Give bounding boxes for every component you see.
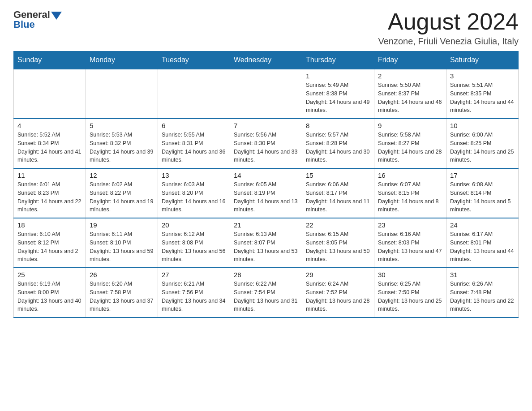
- calendar-week-row: 11Sunrise: 6:01 AM Sunset: 8:23 PM Dayli…: [14, 168, 519, 218]
- day-info: Sunrise: 6:08 AM Sunset: 8:14 PM Dayligh…: [450, 180, 515, 214]
- day-info: Sunrise: 5:53 AM Sunset: 8:32 PM Dayligh…: [90, 131, 154, 164]
- calendar-week-row: 25Sunrise: 6:19 AM Sunset: 8:00 PM Dayli…: [14, 268, 519, 317]
- weekday-header-friday: Friday: [374, 51, 446, 69]
- day-number: 16: [378, 171, 442, 179]
- weekday-header-monday: Monday: [86, 51, 158, 69]
- location-title: Venzone, Friuli Venezia Giulia, Italy: [378, 36, 519, 47]
- day-info: Sunrise: 5:52 AM Sunset: 8:34 PM Dayligh…: [17, 131, 82, 164]
- calendar-cell: 5Sunrise: 5:53 AM Sunset: 8:32 PM Daylig…: [86, 119, 158, 168]
- page-header: General Blue August 2024 Venzone, Friuli…: [13, 9, 519, 47]
- day-number: 13: [162, 171, 226, 179]
- day-number: 29: [306, 271, 370, 278]
- calendar-cell: 18Sunrise: 6:10 AM Sunset: 8:12 PM Dayli…: [14, 218, 86, 268]
- day-number: 22: [306, 221, 370, 229]
- day-info: Sunrise: 6:16 AM Sunset: 8:03 PM Dayligh…: [378, 230, 442, 264]
- calendar-cell: 11Sunrise: 6:01 AM Sunset: 8:23 PM Dayli…: [14, 168, 86, 218]
- calendar-cell: 6Sunrise: 5:55 AM Sunset: 8:31 PM Daylig…: [158, 119, 230, 168]
- logo-text-blue: Blue: [13, 19, 35, 30]
- day-info: Sunrise: 5:49 AM Sunset: 8:38 PM Dayligh…: [306, 81, 370, 115]
- calendar-week-row: 18Sunrise: 6:10 AM Sunset: 8:12 PM Dayli…: [14, 218, 519, 268]
- day-info: Sunrise: 5:51 AM Sunset: 8:35 PM Dayligh…: [450, 81, 515, 115]
- day-info: Sunrise: 6:22 AM Sunset: 7:54 PM Dayligh…: [234, 280, 298, 313]
- day-number: 9: [378, 122, 442, 129]
- calendar-cell: 15Sunrise: 6:06 AM Sunset: 8:17 PM Dayli…: [302, 168, 374, 218]
- day-info: Sunrise: 6:01 AM Sunset: 8:23 PM Dayligh…: [17, 180, 82, 214]
- day-number: 5: [90, 122, 154, 129]
- calendar-cell: 20Sunrise: 6:12 AM Sunset: 8:08 PM Dayli…: [158, 218, 230, 268]
- calendar-cell: 17Sunrise: 6:08 AM Sunset: 8:14 PM Dayli…: [446, 168, 519, 218]
- calendar-cell: 3Sunrise: 5:51 AM Sunset: 8:35 PM Daylig…: [446, 69, 519, 119]
- day-info: Sunrise: 5:56 AM Sunset: 8:30 PM Dayligh…: [234, 131, 298, 164]
- day-info: Sunrise: 6:06 AM Sunset: 8:17 PM Dayligh…: [306, 180, 370, 214]
- calendar-week-row: 4Sunrise: 5:52 AM Sunset: 8:34 PM Daylig…: [14, 119, 519, 168]
- day-info: Sunrise: 6:12 AM Sunset: 8:08 PM Dayligh…: [162, 230, 226, 264]
- day-number: 10: [450, 122, 515, 129]
- calendar-cell: 27Sunrise: 6:21 AM Sunset: 7:56 PM Dayli…: [158, 268, 230, 317]
- day-info: Sunrise: 6:02 AM Sunset: 8:22 PM Dayligh…: [90, 180, 154, 214]
- day-info: Sunrise: 5:50 AM Sunset: 8:37 PM Dayligh…: [378, 81, 442, 115]
- day-info: Sunrise: 6:10 AM Sunset: 8:12 PM Dayligh…: [17, 230, 82, 264]
- calendar-cell: 14Sunrise: 6:05 AM Sunset: 8:19 PM Dayli…: [230, 168, 302, 218]
- day-number: 26: [90, 271, 154, 278]
- day-number: 11: [17, 171, 82, 179]
- calendar-cell: 13Sunrise: 6:03 AM Sunset: 8:20 PM Dayli…: [158, 168, 230, 218]
- logo-triangle-icon: [51, 12, 62, 20]
- day-info: Sunrise: 6:24 AM Sunset: 7:52 PM Dayligh…: [306, 280, 370, 313]
- day-number: 25: [17, 271, 82, 278]
- calendar-table: SundayMondayTuesdayWednesdayThursdayFrid…: [13, 51, 519, 318]
- day-number: 12: [90, 171, 154, 179]
- day-info: Sunrise: 6:21 AM Sunset: 7:56 PM Dayligh…: [162, 280, 226, 313]
- calendar-cell: [230, 69, 302, 119]
- calendar-cell: 8Sunrise: 5:57 AM Sunset: 8:28 PM Daylig…: [302, 119, 374, 168]
- calendar-cell: [158, 69, 230, 119]
- day-info: Sunrise: 6:00 AM Sunset: 8:25 PM Dayligh…: [450, 131, 515, 164]
- day-info: Sunrise: 6:13 AM Sunset: 8:07 PM Dayligh…: [234, 230, 298, 264]
- day-number: 30: [378, 271, 442, 278]
- calendar-cell: 4Sunrise: 5:52 AM Sunset: 8:34 PM Daylig…: [14, 119, 86, 168]
- day-info: Sunrise: 6:15 AM Sunset: 8:05 PM Dayligh…: [306, 230, 370, 264]
- calendar-cell: 22Sunrise: 6:15 AM Sunset: 8:05 PM Dayli…: [302, 218, 374, 268]
- logo: General Blue: [13, 9, 62, 30]
- weekday-header-thursday: Thursday: [302, 51, 374, 69]
- day-number: 28: [234, 271, 298, 278]
- day-number: 19: [90, 221, 154, 229]
- day-info: Sunrise: 5:58 AM Sunset: 8:27 PM Dayligh…: [378, 131, 442, 164]
- day-number: 3: [450, 72, 515, 80]
- day-info: Sunrise: 6:19 AM Sunset: 8:00 PM Dayligh…: [17, 280, 82, 313]
- calendar-cell: 21Sunrise: 6:13 AM Sunset: 8:07 PM Dayli…: [230, 218, 302, 268]
- day-number: 27: [162, 271, 226, 278]
- calendar-cell: 25Sunrise: 6:19 AM Sunset: 8:00 PM Dayli…: [14, 268, 86, 317]
- calendar-cell: 16Sunrise: 6:07 AM Sunset: 8:15 PM Dayli…: [374, 168, 446, 218]
- day-info: Sunrise: 6:03 AM Sunset: 8:20 PM Dayligh…: [162, 180, 226, 214]
- calendar-cell: 2Sunrise: 5:50 AM Sunset: 8:37 PM Daylig…: [374, 69, 446, 119]
- weekday-header-wednesday: Wednesday: [230, 51, 302, 69]
- day-info: Sunrise: 5:57 AM Sunset: 8:28 PM Dayligh…: [306, 131, 370, 164]
- calendar-header-row: SundayMondayTuesdayWednesdayThursdayFrid…: [14, 51, 519, 69]
- day-number: 6: [162, 122, 226, 129]
- calendar-cell: [14, 69, 86, 119]
- calendar-cell: 24Sunrise: 6:17 AM Sunset: 8:01 PM Dayli…: [446, 218, 519, 268]
- weekday-header-tuesday: Tuesday: [158, 51, 230, 69]
- day-number: 23: [378, 221, 442, 229]
- day-info: Sunrise: 6:26 AM Sunset: 7:48 PM Dayligh…: [450, 280, 515, 313]
- calendar-week-row: 1Sunrise: 5:49 AM Sunset: 8:38 PM Daylig…: [14, 69, 519, 119]
- day-info: Sunrise: 6:05 AM Sunset: 8:19 PM Dayligh…: [234, 180, 298, 214]
- day-number: 1: [306, 72, 370, 80]
- calendar-cell: 1Sunrise: 5:49 AM Sunset: 8:38 PM Daylig…: [302, 69, 374, 119]
- calendar-cell: 9Sunrise: 5:58 AM Sunset: 8:27 PM Daylig…: [374, 119, 446, 168]
- day-number: 20: [162, 221, 226, 229]
- day-number: 4: [17, 122, 82, 129]
- weekday-header-sunday: Sunday: [14, 51, 86, 69]
- day-number: 15: [306, 171, 370, 179]
- calendar-cell: 30Sunrise: 6:25 AM Sunset: 7:50 PM Dayli…: [374, 268, 446, 317]
- day-info: Sunrise: 6:20 AM Sunset: 7:58 PM Dayligh…: [90, 280, 154, 313]
- calendar-cell: 28Sunrise: 6:22 AM Sunset: 7:54 PM Dayli…: [230, 268, 302, 317]
- weekday-header-saturday: Saturday: [446, 51, 519, 69]
- calendar-cell: 31Sunrise: 6:26 AM Sunset: 7:48 PM Dayli…: [446, 268, 519, 317]
- calendar-cell: 7Sunrise: 5:56 AM Sunset: 8:30 PM Daylig…: [230, 119, 302, 168]
- day-number: 17: [450, 171, 515, 179]
- calendar-cell: 12Sunrise: 6:02 AM Sunset: 8:22 PM Dayli…: [86, 168, 158, 218]
- day-number: 18: [17, 221, 82, 229]
- calendar-cell: [86, 69, 158, 119]
- day-info: Sunrise: 6:07 AM Sunset: 8:15 PM Dayligh…: [378, 180, 442, 214]
